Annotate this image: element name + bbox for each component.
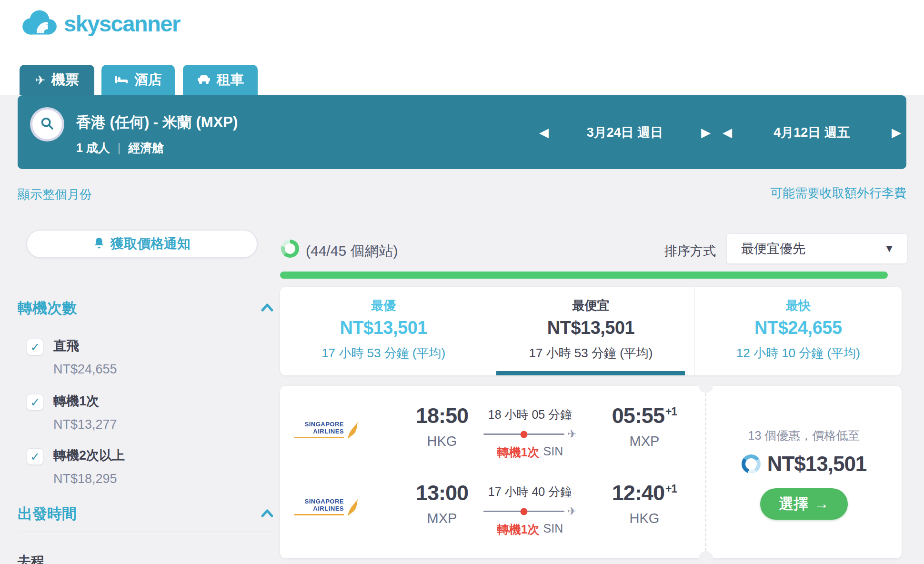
tab-cars-label: 租車	[217, 70, 244, 90]
tab-hotels[interactable]: 酒店	[101, 65, 175, 95]
arrival-day-offset: +1	[665, 483, 677, 495]
leg-duration: 18 小時 05 分鐘	[471, 407, 590, 423]
depart-date-next-icon[interactable]: ▶	[701, 126, 711, 139]
logo-wordmark: skyscanner	[64, 10, 180, 37]
show-whole-month-link[interactable]: 顯示整個月份	[18, 186, 92, 203]
return-date-control: ◀ 4月12日 週五 ▶	[723, 95, 901, 169]
direct-price: NT$24,655	[53, 362, 265, 377]
summary-fastest-price: NT$24,655	[695, 318, 902, 338]
summary-best-price: NT$13,501	[280, 318, 487, 338]
depart-date-control: ◀ 3月24日 週日 ▶	[539, 95, 711, 169]
check-icon: ✓	[30, 341, 40, 354]
arrival-time: 12:40	[612, 481, 664, 505]
direct-checkbox[interactable]: ✓	[27, 339, 43, 355]
stops-info: 轉機1次 SIN	[471, 522, 590, 537]
bell-icon	[93, 237, 105, 251]
separator: |	[118, 141, 121, 155]
skyscanner-results-page: skyscanner ✈ 機票 酒店 租車	[0, 0, 924, 564]
airline-logo-line1: SINGAPORE	[304, 421, 344, 428]
path-line-with-stop-dot	[483, 433, 564, 435]
progress-bar-fill	[280, 272, 888, 279]
return-date-label[interactable]: 4月12日 週五	[773, 124, 850, 141]
summary-tab-best[interactable]: 最優 NT$13,501 17 小時 53 分鐘 (平均)	[280, 287, 487, 375]
price-alert-button[interactable]: 獲取價格通知	[26, 230, 258, 258]
flight-path-graphic: ✈	[471, 506, 590, 517]
summary-best-duration: 17 小時 53 分鐘 (平均)	[280, 345, 487, 362]
stops-filter-header[interactable]: 轉機次數	[18, 298, 274, 318]
tab-cars[interactable]: 租車	[183, 65, 258, 95]
chevron-down-icon: ▼	[884, 242, 894, 255]
summary-cheapest-duration: 17 小時 53 分鐘 (平均)	[487, 345, 694, 362]
outbound-section-label: 去程	[18, 553, 44, 564]
path-line-with-stop-dot	[483, 511, 564, 512]
return-leg: SINGAPORE AIRLINES 13:00 MXP 17 小時 40 分鐘…	[280, 482, 705, 554]
summary-fastest-duration: 12 小時 10 分鐘 (平均)	[695, 345, 902, 362]
passenger-count: 1 成人	[76, 140, 110, 156]
stops-filter-title: 轉機次數	[18, 298, 77, 318]
sort-dropdown[interactable]: 最便宜優先 ▼	[726, 233, 907, 264]
airline-logo-line2: AIRLINES	[313, 505, 344, 513]
flight-path-graphic: ✈	[471, 429, 590, 440]
select-button-label: 選擇	[779, 494, 809, 514]
arrival-time: 05:55	[612, 403, 664, 428]
check-icon: ✓	[30, 450, 40, 463]
leg-duration: 17 小時 40 分鐘	[471, 484, 590, 500]
arrival-day-offset: +1	[665, 405, 677, 418]
arrival-block: 12:40+1 HKG	[587, 482, 702, 526]
summary-best-label: 最優	[280, 297, 487, 314]
divider	[18, 532, 274, 532]
flight-result-card: SINGAPORE AIRLINES 18:50 HKG 18 小時 05 分鐘…	[280, 386, 902, 558]
deal-price: NT$13,501	[767, 452, 867, 476]
passenger-cabin-summary[interactable]: 1 成人 | 經濟艙	[76, 140, 164, 156]
summary-tab-cheapest[interactable]: 最便宜 NT$13,501 17 小時 53 分鐘 (平均)	[487, 287, 694, 375]
outbound-leg: SINGAPORE AIRLINES 18:50 HKG 18 小時 05 分鐘…	[280, 405, 705, 476]
two-plus-stops-label: 轉機2次以上	[53, 447, 265, 464]
arrival-airport: HKG	[587, 511, 702, 526]
search-button[interactable]	[32, 110, 62, 139]
route-summary[interactable]: 香港 (任何) - 米蘭 (MXP)	[76, 112, 238, 132]
depart-date-label[interactable]: 3月24日 週日	[587, 124, 663, 141]
airline-logo-underline	[294, 437, 344, 438]
car-icon	[197, 72, 211, 88]
one-stop-label: 轉機1次	[53, 393, 265, 410]
price-alert-label: 獲取價格通知	[110, 235, 191, 253]
leg-middle-block: 18 小時 05 分鐘 ✈ 轉機1次 SIN	[471, 407, 590, 460]
search-progress-bar	[280, 272, 902, 279]
chevron-up-icon	[261, 302, 274, 314]
departure-time-filter-header[interactable]: 出發時間	[18, 504, 274, 524]
filter-option-direct[interactable]: ✓ 直飛 NT$24,655	[27, 337, 265, 377]
summary-fastest-label: 最快	[695, 297, 902, 314]
airline-logo-underline	[294, 514, 344, 515]
arrow-right-icon: →	[814, 495, 829, 513]
plane-icon: ✈	[567, 506, 576, 517]
select-button[interactable]: 選擇 →	[760, 488, 848, 520]
summary-cheapest-price: NT$13,501	[487, 318, 694, 338]
airline-bird-icon	[345, 421, 360, 441]
price-panel: 13 個優惠，價格低至 NT$13,501 選擇 →	[706, 386, 902, 558]
cabin-class: 經濟艙	[128, 140, 164, 156]
stop-airport: SIN	[543, 444, 563, 460]
baggage-fee-notice-link[interactable]: 可能需要收取額外行李費	[770, 185, 906, 201]
direct-label: 直飛	[53, 337, 265, 354]
arrival-airport: MXP	[587, 433, 702, 449]
sort-selected-value: 最便宜優先	[741, 240, 805, 257]
filter-option-1stop[interactable]: ✓ 轉機1次 NT$13,277	[27, 393, 265, 432]
airline-logo-line1: SINGAPORE	[304, 498, 344, 505]
summary-tab-fastest[interactable]: 最快 NT$24,655 12 小時 10 分鐘 (平均)	[694, 287, 902, 375]
skyscanner-logo[interactable]: skyscanner	[19, 9, 180, 38]
summary-tabs-card: 最優 NT$13,501 17 小時 53 分鐘 (平均) 最便宜 NT$13,…	[280, 287, 902, 375]
depart-date-prev-icon[interactable]: ◀	[539, 126, 549, 139]
return-date-next-icon[interactable]: ▶	[892, 126, 901, 139]
one-stop-price: NT$13,277	[53, 417, 265, 432]
singapore-airlines-logo: SINGAPORE AIRLINES	[294, 498, 360, 518]
cloud-logo-icon	[19, 9, 60, 38]
tab-flights[interactable]: ✈ 機票	[20, 65, 94, 95]
filter-option-2plus-stops[interactable]: ✓ 轉機2次以上 NT$18,295	[27, 447, 265, 486]
sort-label: 排序方式	[629, 242, 716, 260]
one-stop-checkbox[interactable]: ✓	[27, 394, 43, 411]
return-date-prev-icon[interactable]: ◀	[723, 126, 732, 139]
two-plus-stops-checkbox[interactable]: ✓	[27, 448, 43, 465]
search-progress-spinner-icon	[281, 240, 299, 258]
stop-airport: SIN	[543, 522, 563, 537]
stops-count: 轉機1次	[497, 522, 540, 537]
